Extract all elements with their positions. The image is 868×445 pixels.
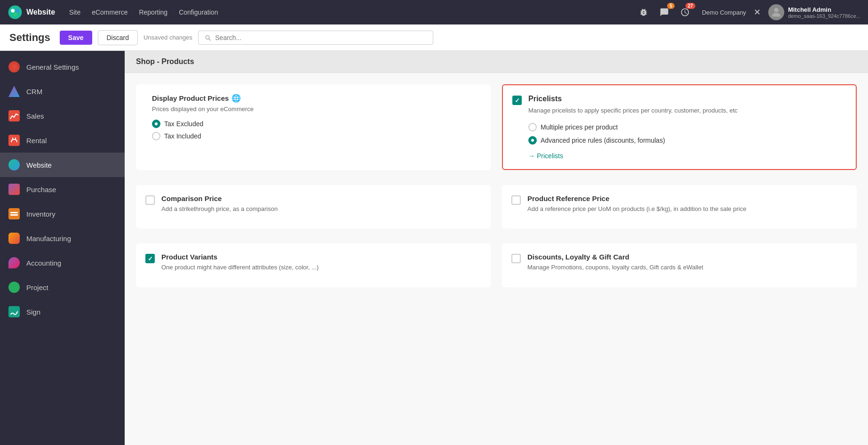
discounts-loyalty-checkbox[interactable] — [511, 254, 521, 263]
product-reference-price-content: Product Reference Price Add a reference … — [527, 194, 746, 219]
discounts-loyalty-title: Discounts, Loyalty & Gift Card — [527, 253, 703, 261]
sidebar-label-manufacturing: Manufacturing — [26, 235, 71, 243]
advanced-price-rules-label: Advanced price rules (discounts, formula… — [541, 137, 665, 144]
user-avatar — [768, 4, 784, 20]
user-profile[interactable]: Mitchell Admin demo_saas-163_924c7786ce.… — [768, 4, 860, 20]
advanced-price-rules-option[interactable]: Advanced price rules (discounts, formula… — [528, 136, 846, 145]
sidebar-label-purchase: Purchase — [26, 186, 56, 194]
sidebar-label-accounting: Accounting — [26, 259, 61, 267]
sidebar-item-crm[interactable]: CRM — [0, 79, 125, 104]
inventory-icon — [8, 207, 21, 220]
app-logo[interactable]: Website — [8, 5, 55, 20]
app-name: Website — [26, 8, 55, 16]
top-navigation: Website Site eCommerce Reporting Configu… — [0, 0, 868, 24]
display-product-prices-radio-group: Tax Excluded Tax Included — [152, 120, 254, 140]
main-layout: General Settings CRM Sales Rental Websit… — [0, 51, 868, 445]
nav-link-ecommerce[interactable]: eCommerce — [87, 6, 132, 19]
sidebar-item-rental[interactable]: Rental — [0, 128, 125, 153]
sidebar-label-rental: Rental — [26, 137, 47, 145]
settings-title: Settings — [9, 32, 50, 44]
settings-bar: Settings Save Discard Unsaved changes — [0, 24, 868, 51]
tax-included-radio[interactable] — [152, 132, 160, 140]
sidebar-label-project: Project — [26, 283, 48, 291]
tax-excluded-option[interactable]: Tax Excluded — [152, 120, 254, 128]
product-reference-price-title: Product Reference Price — [527, 194, 746, 202]
sidebar-item-general-settings[interactable]: General Settings — [0, 55, 125, 79]
sidebar-item-accounting[interactable]: Accounting — [0, 251, 125, 275]
tax-included-label: Tax Included — [164, 132, 201, 140]
multiple-prices-radio[interactable] — [528, 123, 537, 131]
pricelists-options: Multiple prices per product Advanced pri… — [528, 123, 846, 145]
bug-icon[interactable] — [636, 5, 651, 20]
svg-point-2 — [16, 9, 19, 13]
pricelists-checkbox[interactable] — [512, 96, 522, 105]
user-sub: demo_saas-163_924c7786ce... — [788, 13, 860, 19]
comparison-price-checkbox-item: Comparison Price Add a strikethrough pri… — [145, 194, 481, 219]
product-reference-price-setting: Product Reference Price Add a reference … — [502, 185, 857, 229]
nav-link-site[interactable]: Site — [64, 6, 85, 19]
svg-rect-6 — [8, 135, 20, 146]
product-variants-title: Product Variants — [161, 253, 319, 261]
discounts-loyalty-setting: Discounts, Loyalty & Gift Card Manage Pr… — [502, 243, 857, 287]
nav-link-reporting[interactable]: Reporting — [134, 6, 172, 19]
sidebar-item-manufacturing[interactable]: Manufacturing — [0, 226, 125, 251]
product-variants-checkbox[interactable] — [145, 254, 155, 263]
tax-included-option[interactable]: Tax Included — [152, 132, 254, 140]
sidebar-label-sales: Sales — [26, 112, 44, 120]
display-product-prices-checkbox-item: Display Product Prices 🌐 Prices displaye… — [145, 94, 481, 140]
svg-rect-8 — [10, 212, 18, 213]
activity-icon[interactable]: 27 — [677, 5, 693, 20]
pricelists-section: Pricelists Manage pricelists to apply sp… — [512, 95, 846, 160]
sidebar-label-general-settings: General Settings — [26, 63, 79, 71]
product-reference-price-desc: Add a reference price per UoM on product… — [527, 204, 746, 214]
advanced-price-rules-radio[interactable] — [528, 136, 537, 145]
manufacturing-icon — [8, 232, 21, 245]
pricelists-link[interactable]: → Pricelists — [528, 152, 846, 160]
svg-point-3 — [13, 13, 17, 16]
settings-row-2: Comparison Price Add a strikethrough pri… — [136, 185, 857, 229]
nav-links: Site eCommerce Reporting Configuration — [64, 6, 223, 19]
sidebar-item-purchase[interactable]: Purchase — [0, 177, 125, 202]
product-reference-price-checkbox[interactable] — [511, 195, 521, 205]
product-reference-price-checkbox-item: Product Reference Price Add a reference … — [511, 194, 847, 219]
pricelists-link-label: Pricelists — [537, 152, 563, 160]
messages-icon[interactable]: 5 — [657, 5, 672, 20]
sidebar-item-inventory[interactable]: Inventory — [0, 202, 125, 226]
purchase-icon — [8, 183, 21, 196]
sidebar-item-project[interactable]: Project — [0, 275, 125, 299]
sign-icon — [8, 305, 21, 318]
user-info: Mitchell Admin demo_saas-163_924c7786ce.… — [788, 6, 860, 19]
svg-point-4 — [774, 8, 778, 12]
comparison-price-content: Comparison Price Add a strikethrough pri… — [161, 194, 278, 219]
multiple-prices-option[interactable]: Multiple prices per product — [528, 123, 846, 131]
activity-badge: 27 — [685, 3, 695, 9]
nav-link-configuration[interactable]: Configuration — [174, 6, 223, 19]
display-product-prices-desc: Prices displayed on your eCommerce — [152, 105, 254, 114]
sidebar-item-website[interactable]: Website — [0, 153, 125, 177]
pricelists-setting: Pricelists Manage pricelists to apply sp… — [502, 84, 857, 170]
search-input[interactable] — [215, 34, 427, 41]
close-icon[interactable]: ✕ — [752, 5, 763, 19]
sales-icon — [8, 109, 21, 122]
settings-row-1: Display Product Prices 🌐 Prices displaye… — [136, 84, 857, 170]
tax-excluded-radio[interactable] — [152, 120, 160, 128]
tax-excluded-label: Tax Excluded — [164, 120, 203, 128]
product-variants-setting: Product Variants One product might have … — [136, 243, 491, 287]
settings-grid: Display Product Prices 🌐 Prices displaye… — [125, 73, 868, 299]
svg-rect-7 — [8, 208, 20, 219]
general-settings-icon — [8, 60, 21, 73]
save-button[interactable]: Save — [60, 31, 92, 45]
svg-rect-10 — [8, 306, 20, 317]
product-variants-checkbox-item: Product Variants One product might have … — [145, 253, 481, 278]
project-icon — [8, 281, 21, 294]
display-product-prices-setting: Display Product Prices 🌐 Prices displaye… — [136, 84, 491, 170]
svg-rect-9 — [10, 214, 18, 216]
sidebar-item-sales[interactable]: Sales — [0, 104, 125, 128]
sidebar-item-sign[interactable]: Sign — [0, 299, 125, 324]
comparison-price-checkbox[interactable] — [145, 195, 155, 205]
rental-icon — [8, 134, 21, 147]
discard-button[interactable]: Discard — [98, 30, 138, 45]
nav-icons: 5 27 Demo Company ✕ Mitchell Admin demo_… — [636, 4, 860, 20]
sidebar-label-crm: CRM — [26, 88, 42, 96]
company-name[interactable]: Demo Company — [702, 9, 746, 16]
